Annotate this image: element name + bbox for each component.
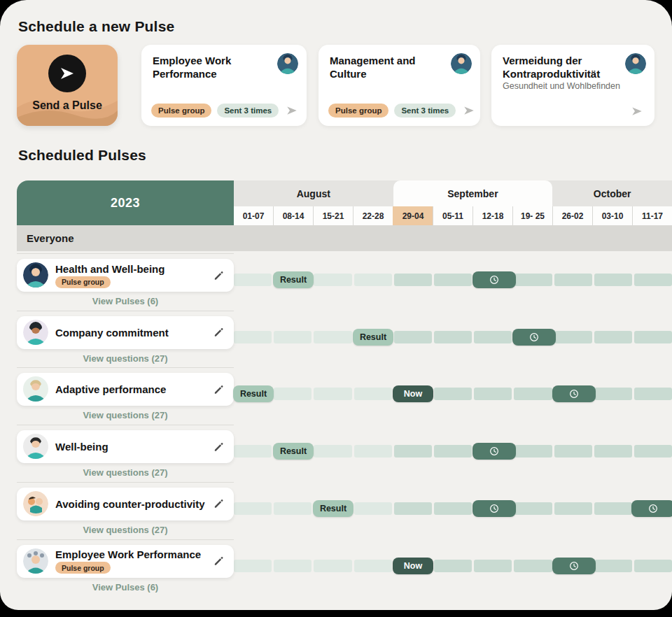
view-pulses-link[interactable]: View Pulses (6) <box>17 582 234 593</box>
send-arrow-icon[interactable] <box>284 104 300 117</box>
week-label: 12-18 <box>472 206 512 225</box>
now-pill[interactable]: Now <box>393 385 433 402</box>
pulse-row-card[interactable]: Company commitment <box>17 316 234 349</box>
now-pill[interactable]: Now <box>393 558 433 574</box>
pulse-group-badge: Pulse group <box>151 104 211 118</box>
pulse-title: Avoiding counter-productivity <box>55 498 205 510</box>
pulse-group-badge: Pulse group <box>328 104 388 118</box>
pulse-card-title: Vermeidung der Kontraproduktivität <box>503 55 618 81</box>
month-header-september: September <box>393 180 553 206</box>
timeline-segment <box>234 331 272 343</box>
edit-icon[interactable] <box>213 327 225 339</box>
scheduled-clock-pill[interactable] <box>472 443 516 460</box>
result-pill-label: Result <box>280 446 307 456</box>
edit-icon[interactable] <box>213 269 225 281</box>
now-pill-label: Now <box>404 561 422 571</box>
clock-icon <box>568 560 580 572</box>
view-questions-link[interactable]: View questions (27) <box>17 353 234 364</box>
week-label: 05-11 <box>433 206 472 225</box>
timeline-segment <box>434 331 472 343</box>
timeline-segment <box>594 388 632 400</box>
timeline-segment <box>434 388 472 400</box>
pulse-template-card[interactable]: Management and Culture Pulse group Sent … <box>318 45 480 126</box>
clock-icon <box>568 388 580 399</box>
result-pill[interactable]: Result <box>313 500 354 517</box>
avatar <box>625 53 646 74</box>
timeline-segment <box>354 388 392 400</box>
app-surface: Schedule a new Pulse Send a Pulse Employ… <box>0 0 672 610</box>
week-label: 22-28 <box>353 206 393 225</box>
pulse-group-badge: Pulse group <box>55 276 111 288</box>
pulse-row-card[interactable]: Well-being <box>17 430 234 463</box>
pulse-row-card[interactable]: Employee Work Performance Pulse group <box>17 545 234 578</box>
page-title: Schedule a new Pulse <box>18 18 174 35</box>
edit-icon[interactable] <box>213 498 225 510</box>
schedule-row: Health and Well-being Pulse group View P… <box>17 253 672 311</box>
scheduled-clock-pill[interactable] <box>552 558 596 574</box>
result-pill[interactable]: Result <box>353 329 393 346</box>
edit-icon[interactable] <box>213 555 225 567</box>
pulse-row-card[interactable]: Avoiding counter-productivity <box>17 488 234 520</box>
sent-count-badge: Sent 3 times <box>394 104 456 118</box>
timeline-segment <box>474 388 512 400</box>
edit-icon[interactable] <box>213 383 225 395</box>
scheduled-clock-pill[interactable] <box>512 329 556 346</box>
clock-icon <box>489 446 500 457</box>
result-pill[interactable]: Result <box>233 385 274 402</box>
timeline-segment <box>274 388 312 400</box>
timeline-segment <box>554 274 592 286</box>
result-pill-label: Result <box>280 275 307 285</box>
scheduled-clock-pill[interactable] <box>631 500 672 517</box>
clock-icon <box>489 274 500 285</box>
view-questions-link[interactable]: View questions (27) <box>17 410 234 420</box>
timeline-bar <box>234 560 672 572</box>
timeline-segment <box>394 274 432 286</box>
result-pill[interactable]: Result <box>273 443 314 460</box>
timeline-segment <box>634 388 672 400</box>
scheduled-clock-pill[interactable] <box>472 500 516 517</box>
timeline-bar <box>234 331 672 343</box>
avatar <box>23 262 48 288</box>
result-pill-label: Result <box>320 504 346 513</box>
timeline-segment <box>514 274 552 286</box>
edit-icon[interactable] <box>213 441 225 453</box>
schedule-board: 2023 August September October 01-07 08-1… <box>17 180 672 610</box>
pulse-title: Health and Well-being <box>55 263 164 275</box>
timeline-bar <box>234 502 672 515</box>
pulse-row-card[interactable]: Adaptive performance <box>17 373 234 406</box>
send-arrow-icon[interactable] <box>461 104 477 117</box>
scheduled-clock-pill[interactable] <box>472 271 516 288</box>
pulse-row-card[interactable]: Health and Well-being Pulse group <box>17 259 234 292</box>
pulse-template-card[interactable]: Vermeidung der Kontraproduktivität Gesun… <box>491 45 654 126</box>
timeline-segment <box>554 445 592 458</box>
week-label: 26-02 <box>552 206 592 225</box>
view-pulses-link[interactable]: View Pulses (6) <box>17 296 234 306</box>
current-week-label: 29-04 <box>393 206 433 225</box>
send-arrow-icon[interactable] <box>629 105 645 118</box>
timeline-segment <box>354 502 392 515</box>
send-a-pulse-button[interactable]: Send a Pulse <box>17 45 118 126</box>
timeline-segment <box>554 331 592 343</box>
timeline-segment <box>234 560 272 572</box>
avatar <box>23 320 48 345</box>
now-pill-label: Now <box>404 389 422 399</box>
week-label: 03-10 <box>592 206 632 225</box>
pulse-title: Adaptive performance <box>55 383 166 395</box>
view-questions-link[interactable]: View questions (27) <box>17 525 234 535</box>
timeline-segment <box>594 445 632 458</box>
section-title: Scheduled Pulses <box>18 147 146 164</box>
pulse-card-title: Management and Culture <box>330 55 445 81</box>
year-header: 2023 <box>17 180 234 225</box>
schedule-row: Avoiding counter-productivity View quest… <box>17 482 672 539</box>
schedule-row: Adaptive performance View questions (27)… <box>17 367 672 425</box>
timeline-segment <box>434 560 472 572</box>
timeline-segment <box>354 274 392 286</box>
timeline-segment <box>514 560 552 572</box>
scheduled-clock-pill[interactable] <box>552 385 596 402</box>
pulse-card-footer: Pulse group Sent 3 times <box>328 104 470 118</box>
view-questions-link[interactable]: View questions (27) <box>17 467 234 478</box>
week-label: 01-07 <box>234 206 273 225</box>
pulse-template-card[interactable]: Employee Work Performance Pulse group Se… <box>141 45 307 126</box>
timeline-segment <box>354 445 392 458</box>
result-pill[interactable]: Result <box>273 271 314 288</box>
